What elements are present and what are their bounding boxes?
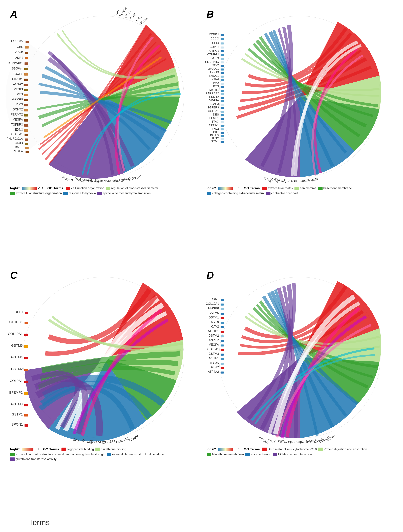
- legend-text-a-1: cell junction organization: [71, 186, 104, 190]
- svg-text:KCNJ3: KCNJ3: [210, 102, 219, 106]
- logfc-max-d: 1: [238, 448, 240, 451]
- svg-rect-61: [25, 139, 28, 141]
- svg-text:PHLRGC1A: PHLRGC1A: [6, 137, 23, 140]
- svg-text:PTN: PTN: [213, 85, 219, 88]
- svg-rect-214: [218, 448, 233, 450]
- svg-text:NGH: NGH: [114, 9, 120, 17]
- legend-text-b-2: sarcolemma: [300, 186, 316, 190]
- svg-rect-161: [24, 369, 28, 371]
- legend-color-c-3: [10, 453, 15, 456]
- svg-text:ANXA3: ANXA3: [210, 71, 219, 74]
- svg-text:EFEMP1: EFEMP1: [9, 391, 23, 394]
- svg-rect-109: [221, 46, 224, 49]
- logfc-gradient-c: [22, 448, 33, 451]
- svg-rect-164: [24, 404, 28, 406]
- svg-text:CCCO: CCCO: [211, 37, 219, 40]
- legend-color-d-4: [245, 453, 250, 456]
- svg-rect-64: [26, 151, 29, 153]
- legend-color-d-5: [273, 453, 277, 456]
- svg-rect-165: [24, 414, 28, 417]
- svg-rect-201: [221, 317, 224, 319]
- svg-rect-56: [24, 114, 28, 116]
- terms-label: Terms: [29, 518, 50, 527]
- svg-text:HMGB8: HMGB8: [208, 307, 219, 310]
- legend-color-b-1: [262, 187, 267, 190]
- svg-rect-207: [221, 344, 224, 347]
- legend-item-b-5: contractile fiber part: [266, 191, 298, 195]
- svg-rect-108: [221, 43, 224, 44]
- legend-text-a-4: response to hypoxia: [69, 191, 96, 195]
- svg-text:VEGFA: VEGFA: [209, 343, 219, 346]
- svg-text:COL9A1: COL9A1: [208, 109, 219, 113]
- svg-rect-62: [25, 143, 28, 145]
- svg-rect-158: [24, 334, 28, 336]
- svg-rect-111: [221, 54, 224, 56]
- svg-rect-54: [24, 104, 28, 107]
- legend-text-c-3: extracellular matrix structural constitu…: [16, 453, 105, 456]
- svg-rect-45: [25, 57, 28, 59]
- legend-color-a-1: [66, 187, 70, 190]
- svg-rect-157: [25, 322, 28, 324]
- chord-diagram-a: NGH TGFBI4 CDCP PLAT PLAU COL6A COL10A G…: [15, 8, 192, 185]
- svg-text:COL10A1: COL10A1: [206, 302, 219, 305]
- svg-text:GSTP1: GSTP1: [12, 412, 23, 416]
- svg-rect-58: [24, 124, 28, 127]
- legend-text-c-1: oligopeptide binding: [67, 448, 94, 451]
- svg-rect-52: [24, 94, 28, 96]
- svg-rect-127: [221, 111, 224, 113]
- legend-item-a-5: epithelial to mesenchymal transition: [97, 191, 151, 195]
- svg-rect-121: [221, 90, 224, 92]
- legend-text-a-3: extracellular structure organization: [16, 191, 62, 195]
- legend-item-c-5: glutathione transferase activity: [10, 457, 57, 461]
- svg-rect-44: [25, 52, 28, 54]
- svg-text:BMP5: BMP5: [15, 145, 23, 149]
- legend-text-c-4: extracellular matrix structural constitu…: [112, 453, 166, 456]
- svg-rect-51: [24, 89, 28, 91]
- svg-rect-136: [221, 141, 224, 143]
- logfc-max-b: 1: [238, 187, 240, 190]
- svg-rect-159: [24, 345, 28, 348]
- svg-rect-213: [221, 372, 224, 374]
- legend-color-b-3: [318, 187, 323, 190]
- logfc-min-d: -1: [235, 448, 237, 451]
- legend-item-d-3: Glutathione metabolism: [207, 453, 244, 456]
- svg-text:FOXF1: FOXF1: [13, 72, 23, 76]
- legend-color-d-2: [318, 448, 323, 451]
- svg-text:JAM3: JAM3: [15, 103, 23, 106]
- svg-text:FLNC: FLNC: [62, 175, 70, 182]
- legend-color-c-1: [62, 448, 66, 451]
- svg-rect-106: [221, 34, 224, 36]
- svg-text:FERMT2: FERMT2: [11, 113, 23, 116]
- svg-text:MYL9: MYL9: [211, 320, 219, 324]
- svg-rect-123: [221, 97, 224, 99]
- legend-item-c-4: extracellular matrix structural constitu…: [107, 453, 166, 456]
- svg-rect-162: [24, 380, 28, 383]
- legend-text-d-4: Focal adhesion: [251, 453, 271, 456]
- svg-rect-160: [24, 357, 28, 359]
- svg-rect-119: [221, 82, 224, 85]
- svg-text:GSTM2: GSTM2: [11, 367, 23, 371]
- svg-text:COL9A1: COL9A1: [10, 379, 23, 383]
- terms-text: Terms: [29, 518, 50, 527]
- svg-text:RARRES2: RARRES2: [205, 92, 219, 95]
- svg-text:GBE: GBE: [17, 45, 23, 49]
- svg-text:SSB2: SSB2: [212, 41, 219, 44]
- svg-rect-202: [221, 322, 224, 324]
- svg-rect-42: [26, 41, 29, 43]
- svg-text:FLNC: FLNC: [211, 366, 219, 369]
- svg-text:SERPINE1: SERPINE1: [205, 60, 219, 63]
- svg-rect-128: [221, 114, 224, 116]
- svg-rect-210: [221, 358, 224, 360]
- main-page: A: [0, 0, 403, 532]
- svg-text:MYH11: MYH11: [210, 88, 219, 91]
- legend-color-c-4: [107, 453, 111, 456]
- svg-rect-131: [221, 125, 224, 127]
- svg-text:VEGFA: VEGFA: [210, 99, 219, 102]
- legend-item-b-1: extracellular matrix: [262, 186, 293, 190]
- svg-text:LAMB3: LAMB3: [308, 177, 318, 183]
- go-terms-label-c: GO Terms: [43, 447, 59, 451]
- svg-rect-115: [221, 69, 224, 70]
- svg-text:GCNT2: GCNT2: [13, 108, 23, 111]
- logfc-gradient-d: [218, 448, 233, 451]
- legend-item-d-5: ECM-receptor interaction: [273, 453, 312, 456]
